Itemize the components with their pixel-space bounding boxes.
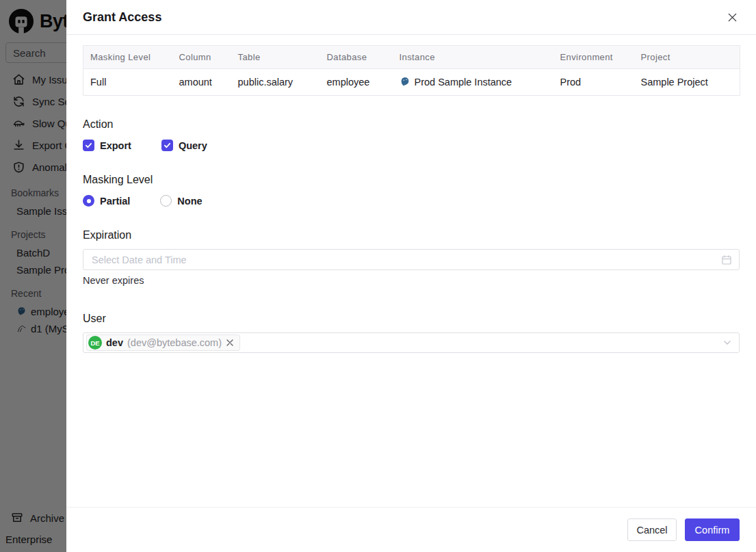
remove-user-button[interactable] bbox=[226, 339, 234, 347]
expiration-section-label: Expiration bbox=[83, 229, 740, 241]
cell-table: public.salary bbox=[231, 69, 320, 96]
checkbox-checked-icon[interactable] bbox=[161, 140, 173, 151]
cell-database: employee bbox=[320, 69, 393, 96]
user-email: (dev@bytebase.com) bbox=[127, 337, 222, 348]
col-header-project: Project bbox=[634, 46, 740, 69]
date-placeholder: Select Date and Time bbox=[92, 254, 187, 265]
none-radio-option[interactable]: None bbox=[160, 195, 202, 207]
grant-access-modal: Grant Access Masking Level Column Table … bbox=[66, 0, 756, 552]
col-header-table: Table bbox=[231, 46, 320, 69]
checkbox-checked-icon[interactable] bbox=[83, 140, 94, 151]
close-icon bbox=[727, 12, 738, 23]
cell-masking-level: Full bbox=[83, 69, 172, 96]
never-expires-note: Never expires bbox=[83, 275, 740, 286]
confirm-button[interactable]: Confirm bbox=[685, 518, 740, 541]
postgresql-icon bbox=[400, 77, 410, 88]
user-select[interactable]: DE dev (dev@bytebase.com) bbox=[83, 332, 740, 353]
user-name: dev bbox=[106, 337, 123, 348]
modal-header: Grant Access bbox=[66, 0, 756, 35]
chevron-down-icon bbox=[722, 338, 732, 347]
expiration-date-input[interactable]: Select Date and Time bbox=[83, 249, 740, 270]
partial-radio-option[interactable]: Partial bbox=[83, 195, 130, 207]
grant-table: Masking Level Column Table Database Inst… bbox=[83, 45, 740, 96]
radio-unselected-icon[interactable] bbox=[160, 195, 172, 207]
cell-column: amount bbox=[172, 69, 231, 96]
cancel-button[interactable]: Cancel bbox=[627, 518, 677, 541]
user-section-label: User bbox=[83, 313, 740, 325]
user-tag: DE dev (dev@bytebase.com) bbox=[86, 334, 240, 351]
cell-project: Sample Project bbox=[634, 69, 740, 96]
col-header-instance: Instance bbox=[393, 46, 553, 69]
calendar-icon bbox=[721, 254, 732, 265]
avatar: DE bbox=[88, 336, 102, 350]
col-header-masking-level: Masking Level bbox=[83, 46, 172, 69]
partial-radio-label: Partial bbox=[100, 196, 130, 207]
modal-footer: Cancel Confirm bbox=[66, 507, 756, 552]
query-checkbox-label: Query bbox=[179, 140, 207, 151]
modal-title: Grant Access bbox=[83, 10, 161, 25]
app-root: Bytebase My Issues Sync Schema Slow Quer… bbox=[0, 0, 756, 552]
none-radio-label: None bbox=[177, 196, 202, 207]
close-icon bbox=[226, 339, 234, 347]
col-header-column: Column bbox=[172, 46, 231, 69]
export-checkbox-option[interactable]: Export bbox=[83, 140, 131, 151]
query-checkbox-option[interactable]: Query bbox=[161, 140, 207, 151]
instance-name: Prod Sample Instance bbox=[415, 77, 512, 88]
masking-section-label: Masking Level bbox=[83, 174, 740, 186]
action-options: Export Query bbox=[83, 140, 740, 151]
export-checkbox-label: Export bbox=[100, 140, 131, 151]
cell-environment: Prod bbox=[553, 69, 634, 96]
radio-selected-icon[interactable] bbox=[83, 195, 94, 207]
table-header-row: Masking Level Column Table Database Inst… bbox=[83, 46, 740, 69]
table-row: Full amount public.salary employee bbox=[83, 69, 740, 96]
action-section-label: Action bbox=[83, 118, 740, 131]
close-button[interactable] bbox=[725, 10, 740, 25]
cell-instance: Prod Sample Instance bbox=[393, 69, 553, 96]
masking-options: Partial None bbox=[83, 195, 740, 207]
modal-body: Masking Level Column Table Database Inst… bbox=[66, 35, 756, 507]
col-header-database: Database bbox=[320, 46, 393, 69]
col-header-environment: Environment bbox=[553, 46, 634, 69]
